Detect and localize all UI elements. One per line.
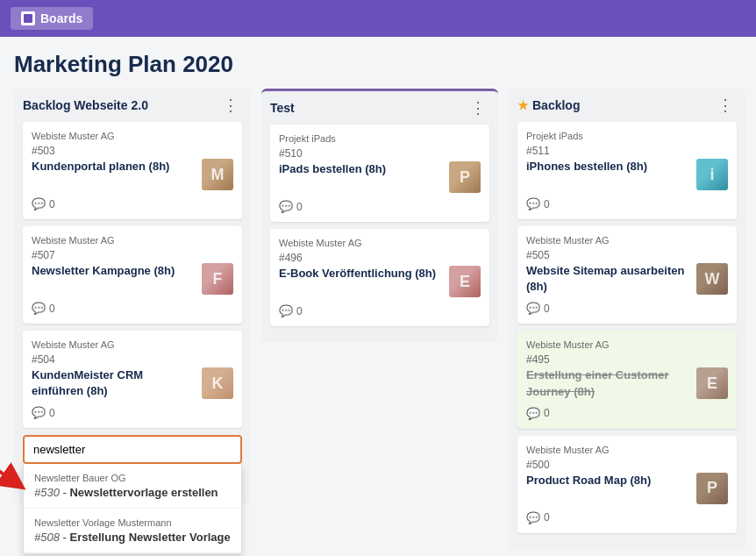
- column-title-col2: Test: [270, 101, 295, 115]
- card-company: Projekt iPads: [279, 133, 481, 144]
- card-title: Website Sitemap ausarbeiten (8h): [526, 263, 689, 295]
- card-footer: 💬0: [526, 511, 728, 524]
- card-col3-1[interactable]: Webiste Muster AG#505Website Sitemap aus…: [517, 226, 737, 324]
- comment-count: 0: [544, 407, 550, 419]
- card-company: Webiste Muster AG: [526, 235, 728, 246]
- column-title-col1: Backlog Webseite 2.0: [23, 98, 148, 112]
- card-avatar: K: [202, 367, 233, 399]
- card-id: #507: [32, 249, 233, 261]
- card-title: KundenMeister CRM einführen (8h): [32, 367, 195, 399]
- card-col2-1[interactable]: Webiste Muster AG#496E-Book Veröffentlic…: [270, 229, 489, 326]
- search-input[interactable]: [23, 435, 242, 464]
- search-container: Newsletter Bauer OG#530 - Newslettervorl…: [23, 435, 242, 464]
- card-footer: 💬0: [32, 302, 233, 315]
- column-col3: ★Backlog⋮Projekt iPads#511iPhones bestel…: [509, 89, 745, 549]
- card-title: iPhones bestellen (8h): [526, 159, 689, 175]
- card-title: E-Book Veröffentlichung (8h): [279, 266, 442, 282]
- card-id: #496: [279, 252, 481, 264]
- dropdown-item-1[interactable]: Newsletter Vorlage Mustermann#508 - Erst…: [24, 509, 241, 553]
- boards-icon: [21, 11, 35, 25]
- task-id: #530: [34, 486, 60, 499]
- card-title: iPads bestellen (8h): [279, 161, 442, 177]
- card-id: #500: [526, 459, 728, 471]
- card-col2-0[interactable]: Projekt iPads#510iPads bestellen (8h)P💬0: [270, 125, 489, 222]
- columns-container: Backlog Webseite 2.0⋮Webiste Muster AG#5…: [0, 89, 756, 556]
- comment-count: 0: [296, 201, 303, 213]
- task-name: Erstellung Newsletter Vorlage: [69, 531, 230, 544]
- red-arrow-icon: [0, 453, 27, 496]
- card-title-row: KundenMeister CRM einführen (8h)K: [32, 367, 233, 399]
- card-company: Webiste Muster AG: [32, 131, 233, 141]
- card-avatar: M: [202, 159, 233, 190]
- card-company: Webiste Muster AG: [32, 339, 233, 350]
- card-title-row: iPhones bestellen (8h)i: [526, 159, 728, 190]
- card-avatar: F: [202, 263, 233, 295]
- column-footer-col1: Newsletter Bauer OG#530 - Newslettervorl…: [23, 435, 242, 495]
- card-company: Webiste Muster AG: [32, 235, 233, 246]
- svg-line-1: [0, 457, 20, 486]
- card-title-row: E-Book Veröffentlichung (8h)E: [279, 266, 481, 297]
- comment-count: 0: [49, 198, 55, 210]
- card-company: Webiste Muster AG: [526, 445, 728, 455]
- card-id: #511: [526, 145, 728, 157]
- card-col3-2[interactable]: Webiste Muster AG#495Erstellung einer Cu…: [517, 331, 737, 428]
- card-col1-0[interactable]: Webiste Muster AG#503Kundenportal planen…: [23, 122, 242, 219]
- card-footer: 💬0: [32, 197, 233, 210]
- card-avatar: P: [696, 473, 728, 504]
- card-id: #495: [526, 353, 728, 366]
- comment-icon: 💬: [279, 304, 293, 317]
- comment-icon: 💬: [526, 197, 540, 210]
- comment-icon: 💬: [526, 511, 540, 524]
- column-menu-button-col3[interactable]: ⋮: [714, 97, 737, 113]
- comment-count: 0: [544, 511, 550, 524]
- dropdown-task: #508 - Erstellung Newsletter Vorlage: [34, 531, 231, 544]
- card-id: #505: [526, 249, 728, 261]
- card-col3-3[interactable]: Webiste Muster AG#500Product Road Map (8…: [517, 436, 737, 533]
- card-col3-0[interactable]: Projekt iPads#511iPhones bestellen (8h)i…: [517, 122, 737, 219]
- card-title-row: iPads bestellen (8h)P: [279, 161, 481, 193]
- card-col1-1[interactable]: Webiste Muster AG#507Newsletter Kampagne…: [23, 226, 242, 324]
- card-footer: 💬0: [526, 407, 728, 420]
- card-id: #504: [32, 353, 233, 366]
- card-footer: 💬0: [32, 406, 233, 419]
- card-company: Webiste Muster AG: [279, 238, 481, 248]
- column-menu-button-col2[interactable]: ⋮: [467, 100, 489, 116]
- top-nav: Boards: [0, 0, 756, 37]
- dropdown-company: Newsletter Bauer OG: [34, 473, 231, 483]
- card-company: Webiste Muster AG: [526, 339, 728, 350]
- dropdown-task: #530 - Newslettervorlage erstellen: [34, 486, 231, 499]
- comment-icon: 💬: [32, 197, 46, 210]
- card-title: Newsletter Kampagne (8h): [32, 263, 195, 279]
- card-footer: 💬0: [526, 302, 728, 315]
- card-footer: 💬0: [279, 304, 481, 317]
- column-col2: Test⋮Projekt iPads#510iPads bestellen (8…: [261, 89, 498, 342]
- card-title: Product Road Map (8h): [526, 473, 689, 488]
- task-name: Newslettervorlage erstellen: [69, 486, 218, 499]
- dropdown-item-0[interactable]: Newsletter Bauer OG#530 - Newslettervorl…: [24, 464, 241, 509]
- dropdown-company: Newsletter Vorlage Mustermann: [34, 517, 231, 528]
- card-avatar: W: [696, 263, 728, 295]
- card-col1-2[interactable]: Webiste Muster AG#504KundenMeister CRM e…: [23, 331, 242, 428]
- comment-count: 0: [49, 303, 55, 315]
- card-id: #510: [279, 147, 481, 160]
- comment-count: 0: [544, 303, 550, 315]
- boards-label: Boards: [40, 11, 82, 25]
- comment-count: 0: [544, 198, 550, 210]
- task-id: #508: [34, 531, 60, 544]
- comment-icon: 💬: [32, 406, 46, 419]
- column-header-col2: Test⋮: [270, 100, 489, 116]
- page-title: Marketing Plan 2020: [14, 51, 742, 78]
- column-menu-button-col1[interactable]: ⋮: [219, 97, 242, 113]
- boards-button[interactable]: Boards: [11, 7, 93, 30]
- card-id: #503: [32, 145, 233, 157]
- card-company: Projekt iPads: [526, 131, 728, 141]
- card-title-row: Erstellung einer Customer Journey (8h)E: [526, 367, 728, 399]
- card-title: Kundenportal planen (8h): [32, 159, 195, 175]
- card-title-row: Product Road Map (8h)P: [526, 473, 728, 504]
- comment-icon: 💬: [526, 407, 540, 420]
- card-footer: 💬0: [526, 197, 728, 210]
- card-avatar: i: [696, 159, 728, 190]
- column-header-col1: Backlog Webseite 2.0⋮: [23, 97, 242, 113]
- column-header-col3: ★Backlog⋮: [517, 97, 737, 113]
- card-footer: 💬0: [279, 200, 481, 213]
